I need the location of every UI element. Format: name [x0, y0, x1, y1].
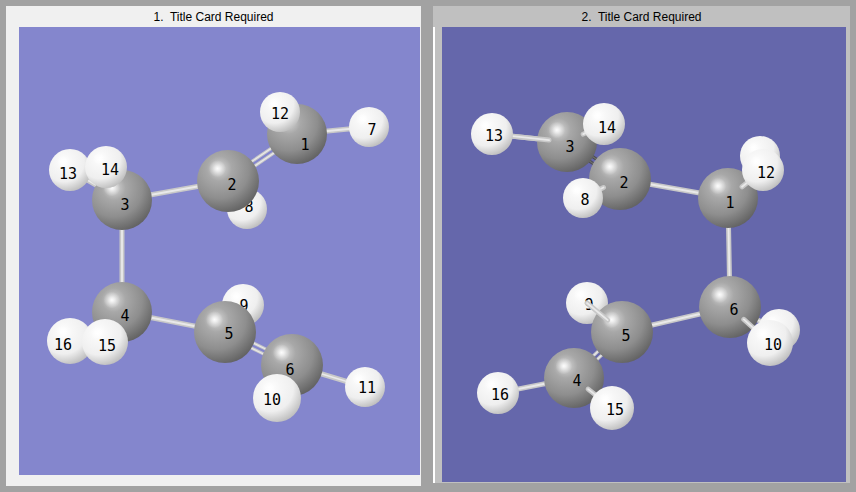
atom-label: 13 — [59, 165, 77, 183]
atom-label: 10 — [764, 336, 782, 354]
atom-label: 5 — [621, 327, 630, 345]
molecule-group-windows: 1. Title Card Required 82951127313144161… — [0, 0, 856, 492]
atom-label: 4 — [120, 307, 129, 325]
atom-label: 16 — [491, 386, 509, 404]
atoms-layer: 82951127313144161561011 — [47, 92, 389, 422]
specular-highlight-icon — [601, 158, 618, 175]
specular-highlight-icon — [357, 113, 368, 124]
specular-highlight-icon — [711, 286, 728, 303]
specular-highlight-icon — [209, 160, 226, 177]
atom-label: 13 — [485, 127, 503, 145]
molecule-viewport-1[interactable]: 82951127313144161561011 — [19, 27, 420, 475]
atom-label: 2 — [227, 176, 236, 194]
molecule-viewport-2[interactable]: 31314281129541615610 — [442, 27, 846, 482]
specular-highlight-icon — [555, 358, 572, 375]
atom-label: 14 — [101, 161, 119, 179]
specular-highlight-icon — [103, 292, 120, 309]
atom-label: 12 — [757, 164, 775, 182]
window-title-2: 2. Title Card Required — [581, 10, 701, 24]
titlebar-1[interactable]: 1. Title Card Required — [6, 6, 421, 27]
atom-label: 11 — [358, 379, 376, 397]
specular-highlight-icon — [548, 122, 565, 139]
specular-highlight-icon — [206, 311, 223, 328]
atoms-layer: 31314281129541615610 — [471, 103, 800, 430]
atom-label: 1 — [725, 194, 734, 212]
window-title-1: 1. Title Card Required — [153, 10, 273, 24]
specular-highlight-icon — [709, 178, 726, 195]
atom-label: 6 — [729, 301, 738, 319]
atom-label: 3 — [565, 138, 574, 156]
atom-label: 15 — [98, 337, 116, 355]
specular-highlight-icon — [273, 344, 290, 361]
atom-label: 8 — [580, 191, 589, 209]
molecule-canvas[interactable]: 82951127313144161561011 — [19, 27, 420, 475]
molecule-window-2[interactable]: 2. Title Card Required 31314281129541615… — [433, 6, 850, 483]
molecule-window-1[interactable]: 1. Title Card Required 82951127313144161… — [6, 6, 421, 486]
atom-label: 10 — [263, 391, 281, 409]
titlebar-2[interactable]: 2. Title Card Required — [433, 6, 850, 27]
atom-label: 4 — [572, 372, 581, 390]
atom-label: 16 — [54, 336, 72, 354]
atom-label: 2 — [619, 174, 628, 192]
atom-label: 5 — [224, 325, 233, 343]
atom-label: 14 — [598, 119, 616, 137]
molecule-canvas[interactable]: 31314281129541615610 — [442, 27, 846, 482]
atom-label: 12 — [271, 105, 289, 123]
atom-label: 15 — [606, 401, 624, 419]
atom-label: 7 — [367, 121, 376, 139]
atom-label: 1 — [300, 136, 309, 154]
atom-label: 3 — [120, 196, 129, 214]
